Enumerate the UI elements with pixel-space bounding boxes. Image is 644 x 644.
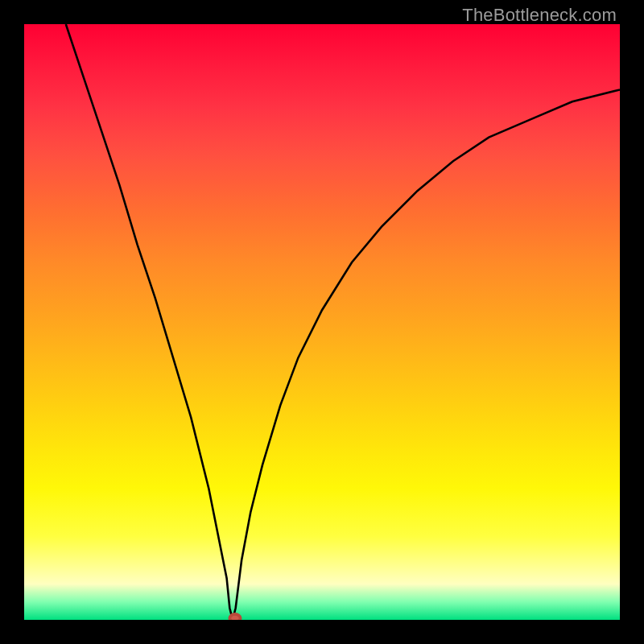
plot-area [24,24,620,620]
curve-minimum-marker [229,614,240,620]
curve-path [66,24,620,620]
chart-stage: TheBottleneck.com [0,0,644,644]
watermark-text: TheBottleneck.com [462,5,617,26]
chart-svg [24,24,620,620]
